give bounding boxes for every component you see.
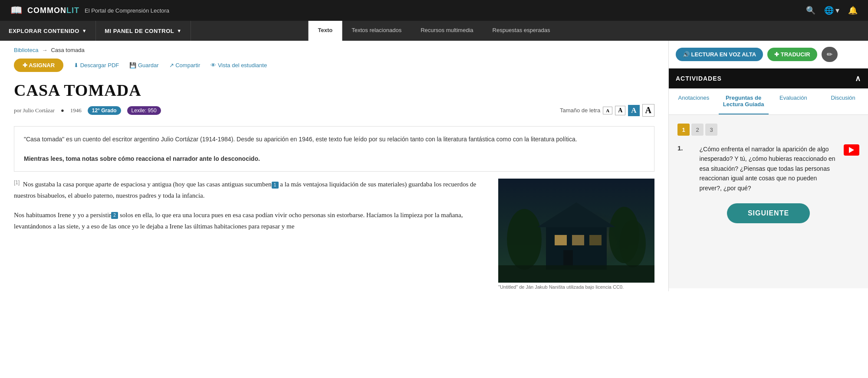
tab-texto[interactable]: Texto [309,21,342,41]
story-image [498,179,654,283]
svg-rect-9 [589,235,602,245]
story-author: por Julio Cortázar [14,107,55,114]
question-number: 1. [677,144,683,193]
student-view-link[interactable]: 👁 Vista del estudiante [210,62,267,68]
font-size-controls: Tamaño de letra A A A A [560,104,654,117]
story-title: CASA TOMADA [14,81,654,100]
footnote-2[interactable]: 2 [111,212,118,219]
paragraph-1: [1] Nos gustaba la casa porque aparte de… [14,179,488,202]
breadcrumb-library-link[interactable]: Biblioteca [14,47,38,53]
tab-anotaciones[interactable]: Anotaciones [669,88,719,114]
book-icon: 📖 [10,5,22,16]
text-body: [1] Nos gustaba la casa porque aparte de… [0,179,668,291]
text-column: [1] Nos gustaba la casa porque aparte de… [14,179,488,291]
intro-callout: Mientras lees, toma notas sobre cómo rea… [24,155,260,162]
intro-text: "Casa tomada" es un cuento del escritor … [24,136,577,143]
tab-evaluacion[interactable]: Evaluación [769,88,819,114]
top-navigation: 📖 COMMONLIT El Portal de Comprensión Lec… [0,0,868,21]
chevron-down-icon: ▼ [177,28,181,33]
tab-preguntas-lectura[interactable]: Preguntas de Lectura Guiada [719,88,769,114]
paragraph-text-2: Nos habituamos Irene y yo a persistir2 s… [14,212,463,230]
paragraph-2: Nos habituamos Irene y yo a persistir2 s… [14,209,488,232]
question-block-1: 1. ¿Cómo enfrenta el narrador la aparici… [677,144,859,193]
paragraph-number: [1] [14,179,20,186]
svg-rect-10 [563,250,573,265]
page-numbers: 1 2 3 [677,124,859,136]
globe-icon[interactable]: 🌐 ▾ [824,6,840,15]
tab-textos-relacionados[interactable]: Textos relacionados [342,21,411,41]
translate-button[interactable]: ✚ TRADUCIR [767,48,817,61]
meta-dot: ● [61,107,64,114]
save-link[interactable]: 💾 Guardar [129,62,158,68]
svg-rect-7 [555,235,567,245]
question-number-area: 1. ¿Cómo enfrenta el narrador la aparici… [677,144,838,193]
mi-panel-menu[interactable]: MI PANEL DE CONTROL ▼ [96,21,191,41]
chevron-down-icon: ▼ [82,28,87,33]
brand-name: COMMONLIT [27,6,79,15]
main-layout: Biblioteca → Casa tomada ✚ ASIGNAR ⬇ Des… [0,41,868,291]
activities-tabs: Anotaciones Preguntas de Lectura Guiada … [669,88,868,115]
content-area: Biblioteca → Casa tomada ✚ ASIGNAR ⬇ Des… [0,41,668,291]
title-area: CASA TOMADA por Julio Cortázar ● 1946 12… [0,77,668,123]
tab-discusion[interactable]: Discusión [818,88,868,114]
main-nav-items: EXPLORAR CONTENIDO ▼ MI PANEL DE CONTROL… [0,21,191,41]
svg-rect-8 [572,235,584,245]
footnote-1[interactable]: 1 [272,182,279,189]
secondary-navigation: EXPLORAR CONTENIDO ▼ MI PANEL DE CONTROL… [0,21,868,41]
sidebar-top-buttons: 🔊 LECTURA EN VOZ ALTA ✚ TRADUCIR ✏ [669,41,868,68]
bell-icon[interactable]: 🔔 [848,6,858,15]
tab-recursos-multimedia[interactable]: Recursos multimedia [411,21,483,41]
grade-badge: 12° Grado [88,106,121,115]
content-tabs: Texto Textos relacionados Recursos multi… [309,21,560,41]
top-nav-actions: 🔍 🌐 ▾ 🔔 [806,6,858,15]
paragraph-text: Nos gustaba la casa porque aparte de esp… [14,181,476,199]
question-area: 1 2 3 1. ¿Cómo enfrenta el narrador la a… [669,115,868,288]
breadcrumb-current: Casa tomada [51,47,84,53]
explorar-contenido-menu[interactable]: EXPLORAR CONTENIDO ▼ [0,21,96,41]
siguiente-button[interactable]: SIGUIENTE [727,203,810,223]
font-size-small[interactable]: A [603,107,612,114]
lexile-badge: Lexile: 950 [127,106,161,115]
breadcrumb: Biblioteca → Casa tomada [0,41,668,57]
brand-area: 📖 COMMONLIT El Portal de Comprensión Lec… [10,5,169,16]
font-size-xlarge[interactable]: A [642,104,654,117]
brand-tagline: El Portal de Comprensión Lectora [85,7,169,14]
story-meta: por Julio Cortázar ● 1946 12° Grado Lexi… [14,100,654,120]
download-pdf-link[interactable]: ⬇ Descargar PDF [74,62,119,68]
svg-point-2 [507,209,542,270]
svg-point-4 [620,220,646,267]
sidebar: 🔊 LECTURA EN VOZ ALTA ✚ TRADUCIR ✏ ACTIV… [668,41,868,291]
image-caption: "Untitled" de Ján Jakub Naništa utilizad… [498,283,654,291]
image-block: "Untitled" de Ján Jakub Naništa utilizad… [498,179,654,291]
question-row: 1. ¿Cómo enfrenta el narrador la aparici… [677,144,859,193]
page-num-3[interactable]: 3 [705,124,717,136]
breadcrumb-separator: → [42,47,47,53]
font-size-medium[interactable]: A [615,106,625,115]
font-size-label: Tamaño de letra [560,107,600,114]
svg-rect-5 [546,226,607,270]
activities-title: ACTIVIDADES [676,75,722,82]
action-bar: ✚ ASIGNAR ⬇ Descargar PDF 💾 Guardar ↗ Co… [0,57,668,77]
font-size-large[interactable]: A [628,105,639,116]
svg-rect-11 [498,265,654,283]
search-icon[interactable]: 🔍 [806,6,815,15]
story-year: 1946 [70,107,82,114]
youtube-icon[interactable] [844,144,859,156]
share-link[interactable]: ↗ Compartir [169,62,201,68]
question-text: ¿Cómo enfrenta el narrador la aparición … [700,144,838,193]
page-num-1[interactable]: 1 [677,124,690,136]
activities-panel-header: ACTIVIDADES ∧ [669,68,868,88]
chevron-up-icon[interactable]: ∧ [855,74,861,83]
assign-button[interactable]: ✚ ASIGNAR [14,59,63,72]
audio-button[interactable]: 🔊 LECTURA EN VOZ ALTA [676,48,763,61]
intro-box: "Casa tomada" es un cuento del escritor … [14,126,654,172]
edit-button[interactable]: ✏ [822,47,838,62]
page-num-2[interactable]: 2 [691,124,704,136]
tab-respuestas-esperadas[interactable]: Respuestas esperadas [483,21,560,41]
